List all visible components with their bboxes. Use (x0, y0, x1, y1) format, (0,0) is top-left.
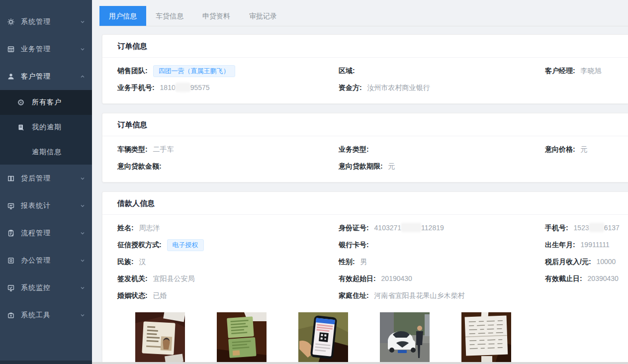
order-info-card-1: 订单信息 销售团队: 四团一营（直属王鹏飞） 区域: 客户经理: (102, 34, 628, 104)
field-value: 20190430 (381, 274, 412, 282)
tab-user-info[interactable]: 用户信息 (99, 6, 146, 26)
sidebar-item-label: 贷后管理 (21, 174, 80, 183)
field-row: 征信授权方式: 电子授权 银行卡号: 出生年月: 19911111 (117, 237, 623, 254)
square-in-square-icon (7, 257, 15, 265)
field-label: 签发机关: (117, 274, 148, 282)
chevron-down-icon (80, 231, 85, 236)
field-marital-status: 婚姻状态: 已婚 (117, 291, 339, 300)
field-value: 男 (360, 258, 367, 266)
field-label: 客户经理: (545, 67, 575, 75)
id-card-photo-image (135, 312, 185, 363)
censor-blur (177, 84, 189, 91)
grid-icon (7, 45, 15, 53)
field-label: 税后月收入/元: (545, 258, 591, 266)
field-value: 汉 (139, 258, 146, 266)
sidebar-item-office-mgmt[interactable]: 办公管理 (0, 247, 92, 274)
chevron-up-icon (80, 74, 85, 79)
clipboard-edit-icon (7, 229, 15, 237)
field-issuing-authority: 签发机关: 宜阳县公安局 (117, 274, 339, 283)
sidebar-item-label: 逾期信息 (32, 148, 92, 157)
card-body: 车辆类型: 二手车 业务类型: 意向价格: 元 (102, 136, 628, 182)
field-income: 税后月收入/元: 10000 (545, 258, 623, 267)
field-label: 意向贷款期限: (339, 162, 383, 170)
sidebar-item-all-customers[interactable]: 所有客户 (0, 90, 92, 115)
field-label: 姓名: (117, 224, 134, 232)
chevron-down-icon (80, 203, 85, 208)
person-car-photo-image (380, 312, 430, 363)
tab-loan-application-docs[interactable]: 申贷资料 (193, 6, 240, 26)
chevron-down-icon (80, 313, 85, 318)
photo-id-card[interactable]: 本人照 (135, 312, 185, 364)
field-label: 性别: (339, 258, 355, 266)
horizontal-scrollbar[interactable] (92, 362, 628, 364)
field-vehicle-type: 车辆类型: 二手车 (117, 145, 339, 154)
phone-qr-photo-image (298, 312, 348, 363)
sidebar-item-customer-mgmt[interactable]: 客户管理 (0, 63, 92, 90)
field-label: 车辆类型: (117, 145, 148, 153)
sidebar-item-my-overdue[interactable]: 我的逾期 (0, 115, 92, 140)
content-area: 订单信息 销售团队: 四团一营（直属王鹏飞） 区域: 客户经理: (92, 26, 628, 364)
field-funder: 资金方: 汝州市农村商业银行 (339, 84, 545, 92)
booklet-photo-image (217, 312, 267, 363)
card-title: 订单信息 (102, 113, 628, 136)
field-value: 汝州市农村商业银行 (367, 84, 430, 91)
sidebar-item-system-tools[interactable]: 系统工具 (0, 301, 92, 329)
field-value: 4103271112819 (374, 224, 444, 232)
sidebar-item-label: 流程管理 (21, 229, 80, 238)
field-value: 20390430 (588, 274, 619, 282)
field-id-number: 身份证号: 4103271112819 (339, 224, 545, 233)
chevron-down-icon (80, 176, 85, 181)
field-value: 周志洋 (139, 224, 160, 232)
sidebar-item-label: 客户管理 (21, 72, 80, 81)
borrower-info-card: 借款人信息 姓名: 周志洋 身份证号: 4103271112819 手机号: (102, 191, 628, 364)
field-label: 身份证号: (339, 224, 369, 232)
field-value: 15236137 (574, 224, 620, 232)
gear-icon (7, 18, 15, 26)
sales-team-tag: 四团一营（直属王鹏飞） (153, 65, 235, 77)
sidebar-item-system-monitor[interactable]: 系统监控 (0, 274, 92, 301)
field-label: 业务类型: (339, 145, 369, 153)
field-label: 有效截止日: (545, 274, 582, 282)
field-label: 业务手机号: (117, 84, 155, 91)
photo-credit-auth-qr[interactable]: 征信授权 (298, 312, 348, 364)
sidebar-item-business-mgmt[interactable]: 业务管理 (0, 35, 92, 63)
field-business-type: 业务类型: (339, 145, 545, 154)
sidebar-item-label: 办公管理 (21, 256, 80, 265)
field-label: 出生年月: (545, 241, 575, 249)
field-row: 婚姻状态: 已婚 家庭住址: 河南省宜阳县花果山乡木柴村 (117, 287, 623, 304)
field-value: 二手车 (153, 145, 174, 153)
sidebar-item-post-loan-mgmt[interactable]: 贷后管理 (0, 165, 92, 192)
sidebar-item-label: 系统管理 (21, 17, 80, 26)
user-icon (7, 73, 15, 81)
photo-handwritten-form[interactable]: 其他材料 (461, 312, 511, 364)
photo-document-booklet[interactable]: 身份证正反面 (217, 312, 267, 364)
app-window: 系统管理 业务管理 (0, 0, 628, 364)
tab-approval-records[interactable]: 审批记录 (240, 6, 286, 26)
order-info-card-2: 订单信息 车辆类型: 二手车 业务类型: 意向价格: 元 (102, 113, 628, 182)
sidebar-item-report-stats[interactable]: 报表统计 (0, 192, 92, 219)
sidebar-item-overdue-info[interactable]: 逾期信息 (0, 140, 92, 165)
field-value: 10000 (596, 258, 616, 266)
photo-person-with-car[interactable]: 人车合影 (380, 312, 430, 364)
field-row: 意向贷款金额: 意向贷款期限: 元 (117, 158, 623, 175)
tab-car-loan-info[interactable]: 车贷信息 (146, 6, 193, 26)
field-row: 业务手机号: 181095575 资金方: 汝州市农村商业银行 (117, 80, 623, 96)
sidebar-item-label: 我的逾期 (32, 123, 92, 132)
field-row: 民族: 汉 性别: 男 税后月收入/元: 10000 (117, 254, 623, 271)
sidebar-item-label: 报表统计 (21, 201, 80, 210)
field-label: 手机号: (545, 224, 568, 232)
card-body: 销售团队: 四团一营（直属王鹏飞） 区域: 客户经理: 李晓旭 (102, 58, 628, 103)
field-label: 家庭住址: (339, 291, 369, 299)
field-row: 姓名: 周志洋 身份证号: 4103271112819 手机号: 1523613… (117, 220, 623, 237)
field-intent-price: 意向价格: 元 (545, 145, 623, 154)
field-mobile: 手机号: 15236137 (545, 224, 623, 233)
sidebar-item-process-mgmt[interactable]: 流程管理 (0, 219, 92, 247)
field-bank-card: 银行卡号: (339, 241, 545, 250)
sidebar-item-label: 系统工具 (21, 311, 80, 320)
field-value: 河南省宜阳县花果山乡木柴村 (374, 291, 465, 299)
main-content: 用户信息 车贷信息 申贷资料 审批记录 订单信息 销售团队: 四团一营（直属王鹏… (92, 0, 628, 364)
field-label: 销售团队: (117, 67, 148, 75)
sidebar-item-system-mgmt[interactable]: 系统管理 (0, 8, 92, 35)
field-valid-to: 有效截止日: 20390430 (545, 274, 623, 283)
field-label: 意向贷款金额: (117, 162, 162, 170)
